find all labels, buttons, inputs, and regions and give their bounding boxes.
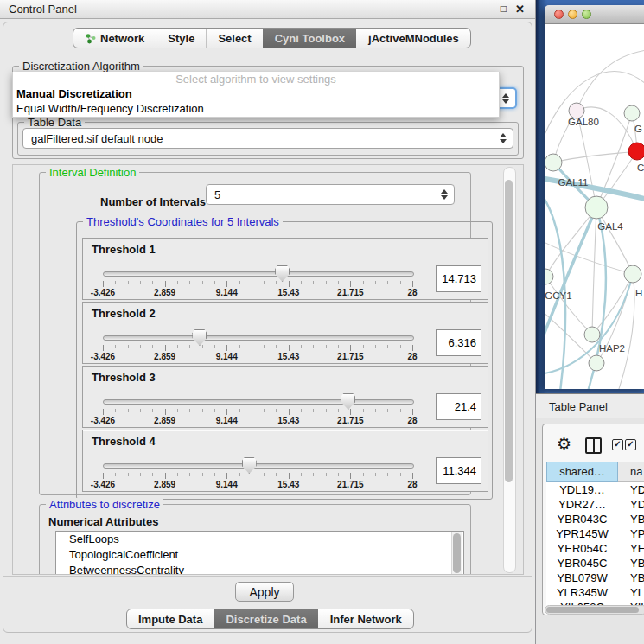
- slider-tick: [103, 281, 104, 287]
- network-canvas[interactable]: GAL80GCGAL11GAL4GCY1HHAP2: [545, 24, 644, 389]
- attribute-list-item[interactable]: BetweennessCentrality: [56, 563, 463, 575]
- network-node-gal4[interactable]: [585, 196, 608, 219]
- slider-tick: [103, 345, 104, 351]
- network-node-h[interactable]: [624, 265, 641, 283]
- table-data-combobox[interactable]: galFiltered.sif default node: [22, 128, 513, 149]
- dropdown-option-manual-discretization[interactable]: Manual Discretization: [13, 86, 499, 101]
- table-data-group-title: Table Data: [24, 116, 85, 129]
- tab-cyni-toolbox[interactable]: Cyni Toolbox: [263, 29, 356, 48]
- network-node[interactable]: [589, 355, 604, 371]
- network-node-c[interactable]: [628, 143, 644, 160]
- float-window-icon[interactable]: □: [501, 3, 507, 16]
- table-row[interactable]: YPR145WYPR1: [546, 526, 644, 541]
- column-header-shared[interactable]: shared…: [546, 462, 618, 482]
- column-header-name[interactable]: na: [618, 462, 644, 482]
- network-node-label: G: [634, 124, 642, 134]
- checkbox-icon[interactable]: ✓: [625, 439, 636, 450]
- tab-select[interactable]: Select: [206, 29, 262, 48]
- attribute-list-item[interactable]: SelfLoops: [56, 532, 463, 547]
- checkbox-icon[interactable]: ✓: [612, 439, 623, 450]
- threshold-value-field[interactable]: 14.713: [436, 265, 481, 292]
- slider-tick: [350, 281, 351, 287]
- slider-tick: [387, 281, 388, 284]
- network-node-hap2[interactable]: [584, 327, 600, 342]
- cell-name: YDL1: [618, 482, 644, 497]
- slider-tick: [301, 409, 302, 412]
- slider-tick: [289, 281, 290, 287]
- apply-button[interactable]: Apply: [235, 582, 294, 602]
- column-layout-icon[interactable]: [585, 437, 602, 454]
- threshold-label: Threshold 3: [92, 371, 156, 384]
- table-row[interactable]: YLR345WYLR3: [546, 585, 644, 600]
- threshold-slider-track[interactable]: [103, 399, 414, 405]
- table-scrollbar-thumb[interactable]: [546, 607, 639, 613]
- slider-tick: [313, 409, 314, 412]
- slider-tick: [252, 473, 252, 476]
- combo-arrows-icon: [500, 132, 507, 144]
- list-scrollbar[interactable]: [451, 532, 462, 574]
- slider-tick: [140, 345, 141, 348]
- list-scrollbar-thumb[interactable]: [453, 533, 461, 573]
- slider-tick: [412, 473, 413, 479]
- slider-tick: [313, 345, 314, 348]
- tab-network[interactable]: Network: [73, 29, 156, 48]
- settings-vertical-scrollbar[interactable]: [503, 167, 516, 573]
- threshold-slider-thumb[interactable]: [242, 457, 257, 474]
- table-row[interactable]: YBR043CYBR0: [546, 512, 644, 526]
- attribute-list-item[interactable]: TopologicalCoefficient: [56, 547, 463, 563]
- slider-tick-label: 15.43: [267, 416, 310, 425]
- threshold-slider-track[interactable]: [103, 271, 414, 277]
- slider-tick: [264, 473, 265, 476]
- window-close-button[interactable]: [554, 10, 564, 19]
- slider-tick-label: 15.43: [267, 352, 310, 361]
- algorithm-dropdown-popup: Select algorithm to view settings Manual…: [12, 72, 500, 118]
- slider-tick: [264, 281, 265, 284]
- network-icon: [85, 33, 96, 44]
- threshold-value-field[interactable]: 21.4: [436, 393, 481, 420]
- table-row[interactable]: YDL19…YDL1: [546, 482, 644, 497]
- tab-impute-data[interactable]: Impute Data: [127, 609, 214, 628]
- threshold-slider-thumb[interactable]: [275, 265, 290, 282]
- network-node-g[interactable]: [624, 105, 640, 121]
- threshold-slider-thumb[interactable]: [192, 329, 207, 346]
- slider-tick: [115, 345, 116, 348]
- slider-tick: [115, 409, 116, 412]
- slider-tick: [326, 345, 327, 348]
- slider-tick: [214, 345, 215, 348]
- slider-tick: [400, 281, 401, 284]
- slider-tick-label: -3.426: [81, 480, 124, 489]
- close-panel-icon[interactable]: ✕: [515, 3, 525, 16]
- number-of-intervals-combobox[interactable]: 5: [206, 184, 455, 205]
- slider-tick: [387, 345, 388, 348]
- interval-definition-group: Interval Definition Number of Intervals …: [39, 172, 471, 495]
- slider-tick: [165, 281, 166, 287]
- dropdown-option-equal-width-frequency[interactable]: Equal Width/Frequency Discretization: [13, 101, 499, 116]
- slider-tick: [152, 345, 153, 348]
- slider-tick: [264, 409, 265, 412]
- network-window-titlebar[interactable]: [545, 5, 644, 24]
- table-row[interactable]: YBR045CYBR0: [546, 556, 644, 571]
- window-minimize-button[interactable]: [568, 10, 577, 19]
- table-horizontal-scrollbar[interactable]: [545, 605, 644, 615]
- tab-jactivemnodules[interactable]: jActiveMNodules: [356, 29, 470, 48]
- threshold-slider-track[interactable]: [103, 335, 414, 341]
- slider-tick: [350, 345, 351, 351]
- table-row[interactable]: YER054CYER0: [546, 541, 644, 556]
- threshold-slider-thumb[interactable]: [341, 393, 355, 410]
- tab-style[interactable]: Style: [156, 29, 206, 48]
- settings-scrollbar-thumb[interactable]: [505, 180, 513, 482]
- network-node-gal11[interactable]: [545, 154, 562, 171]
- gear-icon[interactable]: ⚙: [557, 434, 571, 454]
- slider-tick: [152, 281, 153, 284]
- table-row[interactable]: YBL079WYBL0: [546, 571, 644, 585]
- network-node-gcy1[interactable]: [545, 269, 553, 284]
- threshold-value-field[interactable]: 6.316: [436, 329, 481, 356]
- threshold-value-field[interactable]: 11.344: [436, 457, 481, 484]
- threshold-slider-track[interactable]: [103, 463, 414, 469]
- table-row[interactable]: YDR27…YDR2: [546, 497, 644, 512]
- tab-infer-network[interactable]: Infer Network: [318, 609, 413, 628]
- window-zoom-button[interactable]: [582, 10, 591, 19]
- slider-tick: [276, 345, 277, 348]
- tab-discretize-data[interactable]: Discretize Data: [214, 609, 317, 628]
- slider-tick: [363, 409, 364, 412]
